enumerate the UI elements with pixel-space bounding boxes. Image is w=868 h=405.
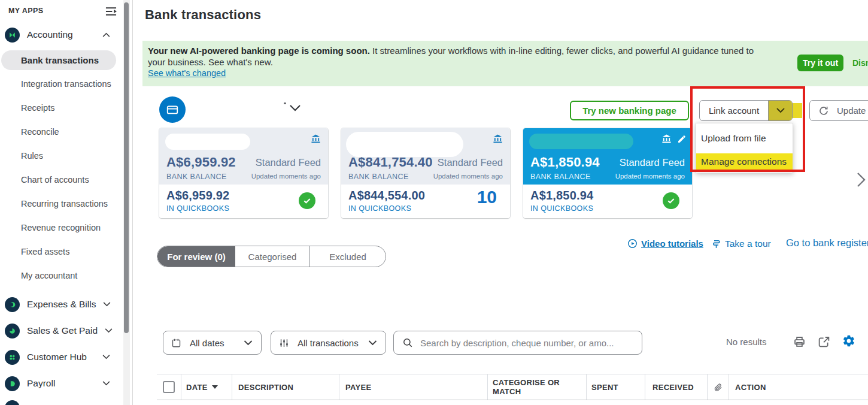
feed-type: Standard Feed — [256, 157, 321, 168]
link-account-button[interactable]: Link account — [700, 101, 768, 120]
chevron-down-icon — [105, 328, 113, 333]
bank-balance-label: BANK BALANCE — [530, 173, 591, 181]
date-filter-dropdown[interactable]: All dates — [163, 331, 262, 355]
bank-icon — [661, 134, 672, 144]
sidebar-item-bank-transactions[interactable]: Bank transactions — [1, 50, 116, 70]
update-button[interactable]: Update — [809, 100, 868, 121]
last-updated: Updated moments ago — [251, 173, 321, 180]
sidebar-item-label: Accounting — [27, 29, 73, 40]
sidebar-item-recurring-transactions[interactable]: Recurring transactions — [21, 198, 108, 210]
sales-app-icon — [5, 324, 20, 338]
sidebar-item-label: Customer Hub — [27, 352, 87, 362]
take-a-tour-label: Take a tour — [725, 238, 771, 249]
account-selector-chevron-icon[interactable] — [290, 105, 301, 111]
column-label: PAYEE — [345, 383, 371, 392]
sidebar-item-accounting[interactable]: Accounting — [0, 26, 121, 43]
calendar-icon — [171, 338, 181, 348]
feed-type: Standard Feed — [438, 157, 503, 168]
transactions-table-header: DATE DESCRIPTION PAYEE CATEGORISE OR MAT… — [157, 374, 868, 400]
sidebar-item-label: Expenses & Bills — [27, 299, 96, 310]
sidebar-item-customer-hub[interactable]: Customer Hub — [0, 349, 121, 365]
account-card-1[interactable]: A$6,959.92 BANK BALANCE Standard Feed Up… — [159, 128, 328, 218]
carousel-next-chevron-icon[interactable] — [856, 172, 867, 188]
settings-gear-icon[interactable] — [842, 334, 855, 347]
go-to-bank-register-label: Go to bank register — [786, 237, 868, 249]
expenses-app-icon — [5, 297, 20, 312]
feed-type: Standard Feed — [620, 157, 685, 168]
column-label: SPENT — [591, 383, 618, 392]
results-status: No results — [726, 337, 767, 347]
sidebar-item-fixed-assets[interactable]: Fixed assets — [21, 246, 69, 258]
sidebar-item-integration-transactions[interactable]: Integration transactions — [21, 78, 111, 90]
menu-item-manage-connections[interactable]: Manage connections — [696, 153, 793, 170]
page-title: Bank transactions — [145, 7, 261, 23]
export-icon[interactable] — [818, 336, 830, 348]
see-whats-changed-link[interactable]: See what's changed — [148, 68, 226, 78]
column-label: CATEGORISE OR MATCH — [493, 378, 586, 396]
tab-categorised[interactable]: Categorised — [235, 246, 309, 267]
search-input[interactable] — [420, 338, 636, 348]
try-it-out-button[interactable]: Try it out — [797, 55, 843, 71]
bank-balance-label: BANK BALANCE — [348, 173, 409, 181]
sidebar-item-my-accountant[interactable]: My accountant — [21, 270, 77, 282]
column-header-description: DESCRIPTION — [232, 374, 339, 400]
menu-item-upload-from-file[interactable]: Upload from file — [696, 127, 793, 150]
refresh-icon — [818, 105, 829, 116]
take-a-tour-link[interactable]: Take a tour — [711, 238, 771, 249]
sidebar-item-chart-of-accounts[interactable]: Chart of accounts — [21, 174, 89, 186]
check-circle-icon — [299, 192, 315, 209]
redacted-account-name — [346, 132, 463, 157]
tour-route-icon — [711, 239, 721, 249]
sidebar-item-revenue-recognition[interactable]: Revenue recognition — [21, 222, 101, 234]
sidebar-item-rules[interactable]: Rules — [21, 150, 43, 162]
dismiss-button[interactable]: Dismiss — [852, 58, 868, 68]
sidebar-item-reconcile[interactable]: Reconcile — [21, 126, 59, 138]
quickbooks-label: IN QUICKBOOKS — [166, 204, 229, 213]
select-all-checkbox[interactable] — [163, 381, 175, 393]
tab-excluded[interactable]: Excluded — [309, 246, 386, 267]
select-all-cell — [157, 374, 181, 400]
edit-pencil-icon[interactable] — [677, 134, 687, 144]
link-account-dropdown-toggle[interactable] — [768, 101, 792, 120]
sidebar: MY APPS Accounting Bank transactions Int… — [0, 0, 133, 405]
column-header-spent: SPENT — [587, 374, 645, 400]
sidebar-item-label: Fixed assets — [21, 247, 69, 256]
sidebar-item-label: Chart of accounts — [21, 175, 89, 185]
sidebar-item-receipts[interactable]: Receipts — [21, 102, 54, 114]
bank-balance-amount: A$6,959.92 — [166, 155, 236, 170]
sidebar-item-sales-get-paid[interactable]: Sales & Get Paid — [0, 323, 121, 338]
announcement-banner: Your new AI-powered banking page is comi… — [142, 41, 868, 86]
paperclip-icon — [714, 382, 723, 392]
transaction-type-filter-dropdown[interactable]: All transactions — [271, 331, 386, 355]
column-header-payee: PAYEE — [339, 374, 488, 400]
tab-for-review[interactable]: For review (0) — [157, 246, 235, 267]
account-card-footer: A$1,850.94 IN QUICKBOOKS — [523, 185, 692, 218]
redacted-account-name-artifact — [284, 102, 286, 104]
column-label: DATE — [186, 383, 208, 392]
sidebar-item-expenses-bills[interactable]: Expenses & Bills — [0, 297, 121, 312]
collapse-menu-icon[interactable] — [105, 7, 117, 16]
transactions-count-badge[interactable]: 10 — [477, 187, 497, 207]
sidebar-item-payroll[interactable]: Payroll — [0, 376, 121, 391]
account-card-2[interactable]: A$841,754.40 BANK BALANCE Standard Feed … — [341, 128, 510, 218]
column-header-date[interactable]: DATE — [181, 374, 232, 400]
sidebar-item-label: Receipts — [21, 103, 54, 113]
sidebar-item-label: Payroll — [27, 378, 55, 389]
chevron-down-icon — [102, 381, 110, 386]
chevron-down-icon — [102, 355, 110, 359]
bank-balance-amount: A$1,850.94 — [530, 155, 600, 170]
column-label: DESCRIPTION — [238, 383, 293, 392]
date-filter-value: All dates — [190, 338, 224, 348]
sidebar-scrollbar-thumb[interactable] — [124, 2, 129, 333]
account-card-3-selected[interactable]: A$1,850.94 BANK BALANCE Standard Feed Up… — [523, 128, 692, 218]
chevron-down-icon — [368, 340, 377, 346]
try-new-banking-page-button[interactable]: Try new banking page — [570, 101, 689, 120]
go-to-bank-register-link[interactable]: Go to bank register — [786, 237, 868, 249]
column-header-action: ACTION — [729, 374, 868, 400]
print-icon[interactable] — [793, 336, 806, 348]
transactions-tabs: For review (0) Categorised Excluded — [157, 246, 386, 267]
redacted-account-name — [165, 134, 250, 150]
column-header-categorise: CATEGORISE OR MATCH — [488, 374, 587, 400]
video-tutorials-link[interactable]: Video tutorials — [627, 238, 703, 249]
account-selector-icon[interactable] — [159, 96, 186, 123]
